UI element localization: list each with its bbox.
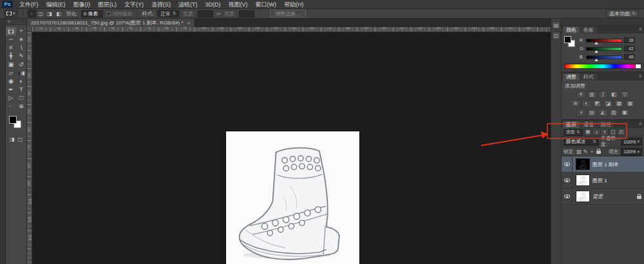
menubar-item[interactable]: 文字(Y) [120, 0, 147, 9]
selective-color-icon[interactable]: ▣ [620, 109, 630, 117]
collapsed-panel-button-1[interactable]: ▤ [552, 21, 560, 29]
rectangular-marquee-tool[interactable] [6, 27, 16, 35]
move-tool[interactable]: + [16, 27, 26, 35]
color-slider-track[interactable] [586, 55, 622, 59]
channel-mixer-icon[interactable]: ▩ [614, 100, 624, 108]
hue-saturation-icon[interactable]: ≋ [571, 100, 580, 108]
lock-all-icon[interactable] [595, 148, 601, 155]
hand-tool[interactable]: ☜ [6, 102, 16, 111]
lock-image-pixels-icon[interactable]: ✎ [582, 148, 589, 155]
menubar-item[interactable]: 窗口(W) [252, 0, 281, 9]
slider-handle-icon[interactable] [594, 50, 598, 53]
collapsed-panel-button-2[interactable]: ◫ [552, 32, 560, 39]
slider-handle-icon[interactable] [594, 59, 598, 61]
levels-icon[interactable]: ▥ [587, 91, 597, 99]
layer-filter-type-select[interactable]: 类型 ⇅ [564, 129, 583, 136]
height-input[interactable] [239, 10, 254, 17]
eye-icon[interactable] [564, 178, 570, 182]
eye-icon[interactable] [564, 194, 570, 198]
canvas-pasteboard[interactable] [32, 32, 551, 264]
visibility-cell[interactable] [562, 189, 573, 204]
menubar-item[interactable]: 帮助(H) [280, 0, 308, 9]
feather-input[interactable]: 0 像素 [81, 10, 103, 17]
brightness-contrast-icon[interactable]: ☀ [576, 91, 586, 99]
channel-value[interactable]: 42 [624, 46, 635, 52]
workspace-switcher[interactable]: 基本功能 ⇅ [606, 10, 639, 17]
channel-value[interactable]: 45 [624, 54, 635, 60]
zoom-tool[interactable]: ⊕ [16, 102, 26, 111]
quick-selection-tool[interactable]: ∗ [16, 35, 26, 44]
menubar-item[interactable]: 图层(L) [94, 0, 120, 9]
layer-thumbnail[interactable] [576, 175, 589, 185]
layer-name[interactable]: 背景 [592, 193, 634, 200]
tab-color[interactable]: 颜色 [563, 26, 580, 33]
color-lookup-icon[interactable]: ▦ [625, 100, 635, 108]
opacity-input[interactable]: 100% ▾ [621, 138, 642, 146]
slider-handle-icon[interactable] [594, 42, 598, 44]
path-selection-tool[interactable]: ▷ [6, 94, 16, 102]
invert-icon[interactable]: ◑ [576, 109, 586, 117]
tab-layers[interactable]: 图层 [563, 121, 580, 128]
layer-row[interactable]: 图层 1 副本 [562, 156, 644, 173]
photo-filter-icon[interactable]: ◪ [603, 100, 613, 108]
menubar-item[interactable]: 3D(D) [202, 0, 225, 9]
blur-tool[interactable]: ◉ [6, 77, 16, 86]
foreground-color-swatch[interactable] [564, 36, 571, 43]
panel-menu-icon[interactable]: ≡ [639, 121, 642, 127]
crop-tool[interactable]: # [6, 44, 16, 52]
filter-pixel-layers-icon[interactable]: ▦ [584, 129, 592, 136]
blend-mode-select[interactable]: 颜色减淡 ⇅ [564, 138, 599, 146]
type-tool[interactable]: T [16, 86, 26, 94]
width-input[interactable] [198, 10, 213, 17]
canvas[interactable] [226, 131, 359, 264]
menubar-item[interactable]: 选择(S) [147, 0, 175, 9]
dodge-tool[interactable]: ◐ [16, 77, 26, 86]
color-slider-track[interactable] [586, 47, 622, 51]
refine-edge-button[interactable]: 调整边缘… [270, 10, 306, 17]
filter-shape-layers-icon[interactable]: ▢ [609, 129, 617, 136]
brush-tool[interactable]: ✎ [16, 52, 26, 61]
new-selection-icon[interactable]: ▫ [28, 10, 36, 17]
color-balance-icon[interactable]: ◐ [582, 100, 591, 108]
screen-mode-button[interactable]: ▢ [18, 136, 23, 143]
history-brush-tool[interactable]: ↺ [16, 61, 26, 69]
subtract-selection-icon[interactable]: ◨ [46, 10, 54, 17]
tools-panel-collapse[interactable]: « [6, 19, 26, 25]
intersect-selection-icon[interactable]: ◧ [55, 10, 63, 17]
close-icon[interactable]: × [187, 20, 191, 26]
curves-icon[interactable]: ∫ [598, 91, 608, 99]
swap-dimensions-icon[interactable]: ⇄ [216, 11, 221, 17]
quick-mask-button[interactable]: ◨ [10, 136, 15, 143]
layer-thumbnail[interactable] [576, 159, 589, 169]
vibrance-icon[interactable]: ▽ [620, 91, 630, 99]
tab-channels[interactable]: 通道 [580, 121, 597, 128]
color-slider-track[interactable] [586, 39, 622, 42]
panel-menu-icon[interactable]: ≡ [639, 26, 642, 32]
eye-icon[interactable] [564, 162, 570, 166]
posterize-icon[interactable]: ▤ [587, 109, 597, 117]
lock-position-icon[interactable]: + [589, 148, 595, 155]
tab-adjustments[interactable]: 调整 [563, 73, 580, 80]
pen-tool[interactable]: ✒ [6, 86, 16, 94]
eraser-tool[interactable]: ▱ [6, 69, 16, 77]
layer-row[interactable]: 图层 1 [562, 173, 644, 189]
eyedropper-tool[interactable]: ∖ [16, 44, 26, 52]
gradient-tool[interactable] [16, 69, 26, 77]
layer-name[interactable]: 图层 1 [592, 177, 634, 184]
clone-stamp-tool[interactable]: ▣ [6, 61, 16, 69]
menubar-item[interactable]: 滤镜(T) [175, 0, 202, 9]
lasso-tool[interactable]: ∽ [6, 35, 16, 44]
menubar-item[interactable]: 视图(V) [225, 0, 252, 9]
healing-brush-tool[interactable]: ╋ [6, 52, 16, 61]
filter-type-layers-icon[interactable]: T [601, 129, 609, 136]
tab-swatches[interactable]: 色板 [580, 26, 597, 33]
menubar-item[interactable]: 编辑(E) [43, 0, 70, 9]
layer-thumbnail[interactable] [576, 191, 589, 202]
fill-input[interactable]: 100% ▾ [621, 148, 642, 156]
color-spectrum-ramp[interactable] [564, 64, 641, 69]
tab-paths[interactable]: 路径 [598, 121, 614, 128]
visibility-cell[interactable] [562, 156, 573, 172]
black-white-icon[interactable]: ◩ [592, 100, 602, 108]
style-select[interactable]: 正常 ⇅ [157, 10, 180, 17]
menubar-item[interactable]: 图像(I) [70, 0, 95, 9]
